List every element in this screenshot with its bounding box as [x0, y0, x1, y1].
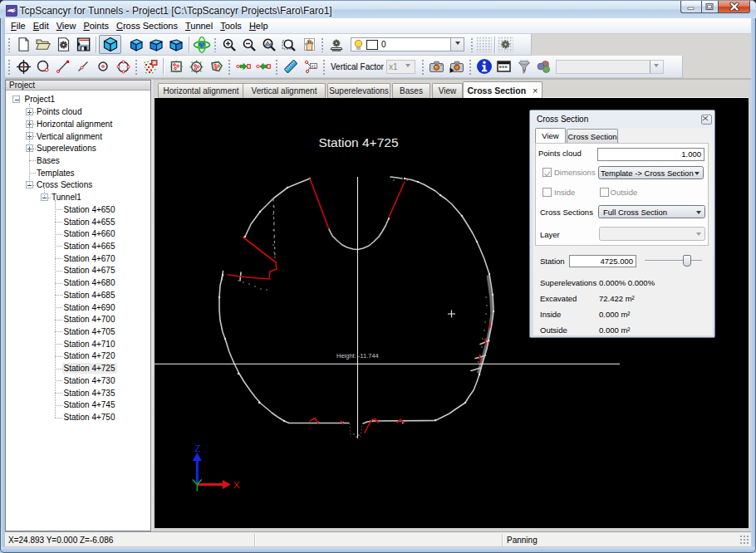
tab-superelevations[interactable]: Superelevations — [327, 83, 390, 98]
tree-item-station-4710[interactable]: Station 4+710 — [6, 338, 150, 350]
tree-item-templates[interactable]: Templates — [6, 167, 150, 179]
toolbar-grip[interactable] — [468, 58, 474, 75]
settings-gear-button[interactable] — [498, 37, 513, 52]
filter-combo-arrow[interactable] — [650, 61, 663, 73]
toolbar-grip[interactable] — [322, 58, 327, 75]
tree-item-tunnel1[interactable]: Tunnel1 — [6, 191, 150, 203]
pan-button[interactable] — [299, 36, 319, 54]
points-cloud-input[interactable]: 1.000 — [597, 148, 704, 161]
save-button[interactable] — [73, 36, 93, 54]
orbit-button[interactable] — [192, 36, 212, 54]
region-square-button[interactable] — [166, 57, 186, 76]
export-points-left-button[interactable] — [253, 57, 273, 76]
dialog-close-button[interactable] — [701, 115, 712, 125]
toolbar-grip[interactable] — [7, 37, 12, 52]
console-button[interactable] — [494, 57, 514, 76]
station-input[interactable]: 4725.000 — [569, 255, 636, 267]
iso-view-2-button[interactable] — [146, 36, 166, 54]
tree-item-horizontal-alignment[interactable]: Horizontal alignment — [6, 118, 150, 130]
dialog-tab-view[interactable]: View — [535, 128, 566, 143]
project-settings-button[interactable] — [53, 36, 73, 54]
tree-item-station-4725[interactable]: Station 4+725 — [6, 362, 150, 374]
tree-item-station-4750[interactable]: Station 4+750 — [6, 411, 150, 423]
line-endpoints-button[interactable] — [53, 57, 73, 76]
tree-item-points-cloud[interactable]: Points cloud — [6, 105, 150, 118]
tree-item-superelevations[interactable]: Superelevations — [6, 142, 150, 154]
tree-item-cross-sections[interactable]: Cross Sections — [6, 179, 150, 192]
menu-file[interactable]: File — [7, 19, 30, 32]
menu-view[interactable]: View — [52, 19, 80, 32]
outside-checkbox[interactable] — [600, 188, 609, 197]
zoom-window-button[interactable] — [279, 36, 299, 54]
toolbar-grip[interactable] — [227, 58, 233, 75]
iso-view-1-button[interactable] — [126, 36, 146, 54]
menu-cross-sections[interactable]: Cross Sections — [112, 19, 181, 32]
tree-item-station-4655[interactable]: Station 4+655 — [6, 216, 150, 228]
tree-item-station-4730[interactable]: Station 4+730 — [6, 374, 150, 387]
restore-button[interactable] — [701, 1, 719, 13]
tab-horizontal-alignment[interactable]: Horizontal alignment — [158, 83, 244, 98]
region-polygon-button[interactable] — [206, 57, 226, 76]
cross-sections-select[interactable]: Full Cross Section — [598, 205, 705, 218]
vertical-factor-arrow[interactable] — [401, 61, 415, 73]
sections-machine-button[interactable] — [326, 36, 346, 54]
toolbar-grip[interactable] — [213, 37, 218, 52]
tree-item-station-4705[interactable]: Station 4+705 — [6, 325, 150, 338]
tree-item-station-4660[interactable]: Station 4+660 — [6, 228, 150, 240]
zoom-in-button[interactable] — [219, 36, 239, 54]
layer-combo-arrow[interactable] — [450, 38, 464, 51]
toolbar-grip[interactable] — [320, 37, 326, 52]
menu-tools[interactable]: Tools — [217, 19, 246, 32]
snapshot-button[interactable] — [427, 57, 447, 76]
viewport-canvas[interactable]: ZXStation 4+725Height: -11.744 Cross Sec… — [155, 98, 749, 528]
dialog-title[interactable]: Cross Section — [537, 115, 698, 126]
dialog-layer-select[interactable] — [599, 227, 705, 241]
circle-node-button[interactable] — [33, 57, 53, 76]
inside-checkbox[interactable] — [542, 188, 552, 197]
collapse-icon[interactable] — [12, 95, 20, 103]
toolbar-grip[interactable] — [469, 37, 475, 52]
dialog-tab-cross-section[interactable]: Cross Section — [567, 129, 618, 143]
tab-cross-section[interactable]: Cross Section× — [463, 81, 542, 98]
close-button[interactable] — [719, 1, 750, 13]
tab-view[interactable]: View — [432, 83, 463, 98]
circle-nodes-button[interactable] — [113, 57, 133, 76]
toolbar-grip[interactable] — [7, 58, 12, 75]
dimensions-mode-select[interactable]: Template -> Cross Section — [598, 166, 704, 179]
tree-item-station-4720[interactable]: Station 4+720 — [6, 350, 150, 363]
info-button[interactable] — [474, 57, 494, 76]
tree-item-bases[interactable]: Bases — [6, 154, 150, 167]
toolbar-grip[interactable] — [274, 58, 280, 75]
tree-item-station-4665[interactable]: Station 4+665 — [6, 240, 150, 252]
layer-select[interactable]: 0 — [351, 37, 464, 51]
toolbar-grip[interactable] — [420, 58, 426, 75]
tree-item-station-4745[interactable]: Station 4+745 — [6, 399, 150, 412]
snapshot-export-button[interactable] — [447, 57, 467, 76]
open-project-button[interactable] — [33, 36, 53, 54]
toolbar-grip[interactable] — [134, 58, 140, 75]
tab-vertical-alignment[interactable]: Vertical alignment — [243, 83, 326, 98]
points-cloud-delete-button[interactable] — [140, 57, 160, 76]
region-circle-button[interactable] — [186, 57, 206, 76]
zoom-extents-button[interactable] — [259, 36, 279, 54]
filter-select[interactable] — [556, 60, 664, 74]
measure-ruler-button[interactable] — [281, 57, 301, 76]
new-document-button[interactable] — [13, 36, 33, 54]
vertical-factor-select[interactable]: x1 — [386, 60, 415, 74]
tree-item-station-4650[interactable]: Station 4+650 — [6, 203, 150, 216]
view-3d-button[interactable] — [99, 35, 121, 54]
menu-edit[interactable]: Edit — [29, 19, 52, 32]
tree-item-station-4700[interactable]: Station 4+700 — [6, 313, 150, 325]
tree-item-station-4670[interactable]: Station 4+670 — [6, 252, 150, 265]
tab-close-icon[interactable]: × — [533, 86, 538, 95]
tree-item-station-4680[interactable]: Station 4+680 — [6, 276, 150, 289]
zoom-out-button[interactable] — [239, 36, 259, 54]
station-slider-track[interactable] — [645, 260, 702, 261]
menu-tunnel[interactable]: Tunnel — [181, 19, 216, 32]
station-slider-thumb[interactable] — [683, 255, 691, 267]
tree-item-station-4735[interactable]: Station 4+735 — [6, 387, 150, 399]
colors-button[interactable] — [534, 57, 554, 76]
tree-item-station-4685[interactable]: Station 4+685 — [6, 289, 150, 301]
tree-item-station-4690[interactable]: Station 4+690 — [6, 301, 150, 314]
line-mid-button[interactable] — [73, 57, 93, 76]
